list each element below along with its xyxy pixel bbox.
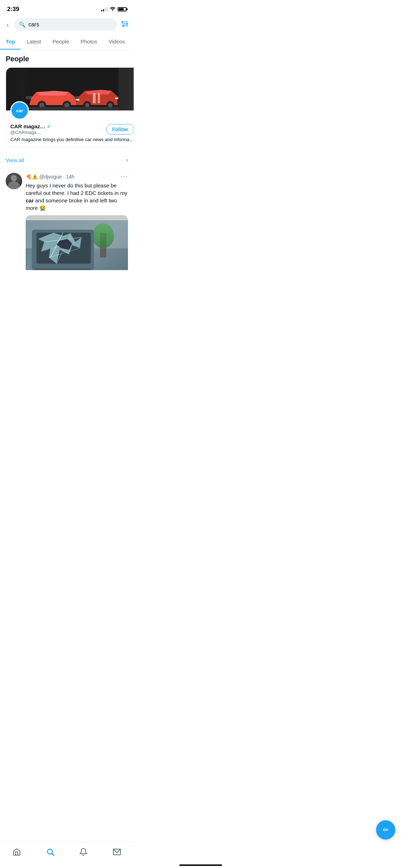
card-bio-car-magazine: CAR magazine brings you definitive car n… bbox=[10, 136, 134, 143]
people-cards-list: car CAR magaz… ✓ @CARmaga… Follow CAR ma… bbox=[0, 67, 134, 152]
card-header-row-car-magazine: CAR magaz… ✓ @CARmaga… Follow bbox=[10, 123, 134, 135]
status-time: 2:39 bbox=[7, 6, 19, 13]
follow-button-car-magazine[interactable]: Follow bbox=[106, 124, 134, 135]
tab-people[interactable]: People bbox=[47, 33, 75, 50]
verified-badge-car-magazine: ✓ bbox=[47, 124, 51, 129]
view-all-row[interactable]: View all › bbox=[0, 152, 134, 169]
people-section: People bbox=[0, 50, 134, 152]
svg-point-13 bbox=[39, 103, 44, 108]
tweet-handle: @djvogue bbox=[39, 174, 62, 180]
tabs-container: Top Latest People Photos Videos bbox=[0, 33, 134, 50]
svg-point-51 bbox=[92, 223, 114, 248]
back-button[interactable]: ‹ bbox=[5, 19, 10, 30]
status-bar: 2:39 bbox=[0, 0, 134, 16]
search-bar[interactable]: 🔍 cars bbox=[14, 19, 117, 31]
svg-point-1 bbox=[122, 21, 123, 22]
card-avatar-car-magazine: car bbox=[10, 101, 29, 120]
svg-point-19 bbox=[108, 103, 112, 107]
main-content: People bbox=[0, 50, 134, 270]
svg-point-0 bbox=[112, 10, 113, 11]
svg-point-15 bbox=[64, 103, 69, 108]
card-name-block-car-magazine: CAR magaz… ✓ @CARmaga… bbox=[10, 123, 103, 135]
tweet-image bbox=[26, 215, 128, 270]
tweet-time: 14h bbox=[66, 174, 74, 180]
battery-fill bbox=[119, 8, 124, 10]
card-name-car-magazine: CAR magaz… ✓ bbox=[10, 123, 103, 129]
search-header: ‹ 🔍 cars bbox=[0, 16, 134, 33]
svg-rect-22 bbox=[26, 107, 118, 110]
svg-point-21 bbox=[115, 97, 118, 99]
tweet-header: 🍕⚠️ @djvogue · 14h ··· bbox=[26, 173, 128, 180]
wifi-icon bbox=[110, 7, 115, 12]
tab-top[interactable]: Top bbox=[0, 33, 21, 50]
card-body-car-magazine: CAR magaz… ✓ @CARmaga… Follow CAR magazi… bbox=[6, 123, 134, 147]
people-section-title: People bbox=[6, 55, 128, 63]
card-handle-car-magazine: @CARmaga… bbox=[10, 130, 103, 135]
tweet-container: 🍕⚠️ @djvogue · 14h ··· Hey guys I never … bbox=[0, 169, 134, 270]
broken-window-image bbox=[26, 215, 128, 270]
battery-icon bbox=[118, 7, 127, 11]
search-icon: 🔍 bbox=[19, 21, 26, 28]
view-all-label: View all bbox=[6, 157, 24, 163]
person-card-car-magazine: car CAR magaz… ✓ @CARmaga… Follow CAR ma… bbox=[6, 67, 134, 148]
tab-latest[interactable]: Latest bbox=[21, 33, 47, 50]
svg-point-4 bbox=[127, 23, 128, 25]
svg-rect-61 bbox=[35, 268, 91, 270]
tweet-dot-separator: · bbox=[63, 174, 65, 180]
tweet-content: 🍕⚠️ @djvogue · 14h ··· Hey guys I never … bbox=[26, 173, 128, 270]
tweet-meta: 🍕⚠️ @djvogue · 14h bbox=[26, 174, 74, 180]
status-icons bbox=[101, 7, 127, 12]
signal-icon bbox=[101, 7, 108, 11]
svg-point-7 bbox=[123, 25, 124, 26]
tweet-avatar bbox=[6, 173, 22, 189]
tweet-text: Hey guys I never do this but please be c… bbox=[26, 182, 128, 212]
tweet-more-button[interactable]: ··· bbox=[120, 173, 128, 180]
tweet-avatar-image bbox=[6, 173, 22, 189]
chevron-right-icon: › bbox=[126, 157, 128, 163]
filter-button[interactable] bbox=[121, 20, 129, 30]
tab-videos[interactable]: Videos bbox=[103, 33, 131, 50]
search-value[interactable]: cars bbox=[29, 21, 39, 28]
svg-point-20 bbox=[75, 99, 79, 101]
tweet-emoji: 🍕⚠️ bbox=[26, 174, 38, 180]
svg-point-17 bbox=[85, 103, 89, 107]
tab-photos[interactable]: Photos bbox=[75, 33, 103, 50]
